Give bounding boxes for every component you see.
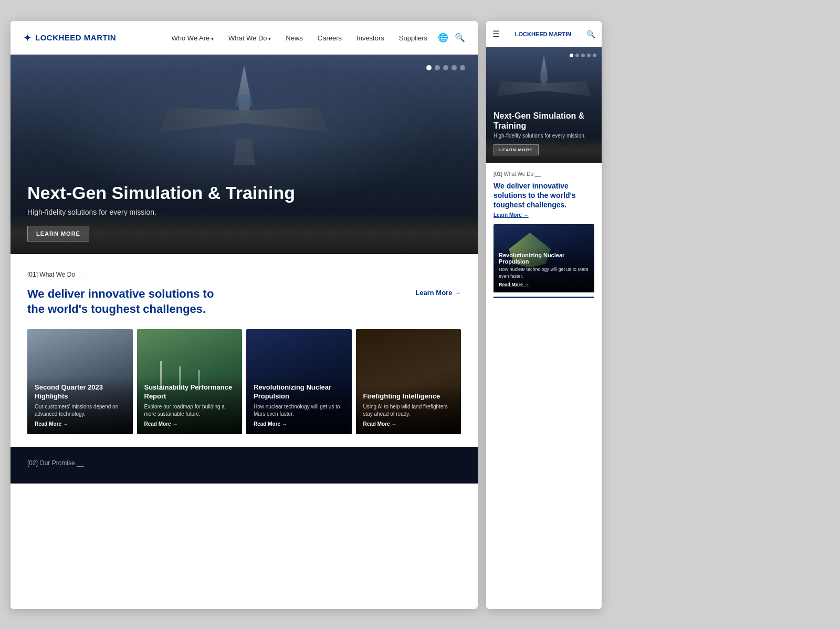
- hero-carousel-dots: [426, 65, 465, 70]
- mobile-hamburger-icon[interactable]: ☰: [492, 29, 500, 39]
- mobile-progress-bar: [494, 297, 594, 298]
- section-label: [01] What We Do __: [27, 271, 461, 278]
- mobile-search-icon[interactable]: 🔍: [586, 30, 595, 38]
- mobile-window: ☰ LOCKHEED MARTIN 🔍 Next-Gen Simulation …: [486, 21, 602, 609]
- card-1-read-more[interactable]: Read More →: [35, 421, 125, 427]
- mobile-card-read-more[interactable]: Read More →: [499, 282, 589, 287]
- mobile-what-we-do: [01] What We Do __ We deliver innovative…: [486, 163, 602, 307]
- card-2-overlay: Sustainability Performance Report Explor…: [137, 376, 243, 434]
- mobile-hero-subtitle: High-fidelity solutions for every missio…: [494, 133, 594, 139]
- card-4-title: Firefighting Intelligence: [363, 392, 454, 401]
- card-2-read-more[interactable]: Read More →: [144, 421, 235, 427]
- mobile-card-desc: How nuclear technology will get us to Ma…: [499, 266, 589, 279]
- nav-link-news[interactable]: News: [286, 34, 303, 42]
- card-2-desc: Explore our roadmap for building a more …: [144, 403, 235, 418]
- mobile-logo[interactable]: LOCKHEED MARTIN: [504, 31, 582, 37]
- mobile-nav: ☰ LOCKHEED MARTIN 🔍: [486, 21, 602, 47]
- mobile-jet-nose: [538, 55, 550, 87]
- card-4-overlay: Firefighting Intelligence Using AI to he…: [356, 385, 461, 434]
- mobile-jet-lwing: [497, 81, 544, 100]
- card-firefighting[interactable]: Firefighting Intelligence Using AI to he…: [356, 329, 461, 434]
- section-title-row: We deliver innovative solutions to the w…: [27, 287, 461, 317]
- nav-item-news[interactable]: News: [286, 33, 303, 43]
- main-browser-window: ✦ LOCKHEED MARTIN Who We Are What We Do …: [10, 21, 478, 609]
- mobile-jet-rwing: [544, 81, 591, 100]
- jet-left-wing: [160, 107, 244, 139]
- nav-link-what[interactable]: What We Do: [228, 34, 271, 42]
- card-4-desc: Using AI to help wild land firefighters …: [363, 403, 454, 418]
- globe-icon[interactable]: 🌐: [438, 33, 448, 43]
- cards-grid: Second Quarter 2023 Highlights Our custo…: [27, 329, 461, 434]
- mobile-hero-title: Next-Gen Simulation & Training: [494, 111, 594, 131]
- jet-illustration: [144, 65, 344, 170]
- card-3-overlay: Revolutionizing Nuclear Propulsion How n…: [246, 376, 352, 434]
- carousel-dot-4[interactable]: [452, 65, 457, 70]
- mobile-jet-cockpit: [540, 74, 548, 81]
- card-sustainability[interactable]: Sustainability Performance Report Explor…: [137, 329, 243, 434]
- mobile-card-title: Revolutionizing Nuclear Propulsion: [499, 252, 589, 265]
- card-nuclear[interactable]: Revolutionizing Nuclear Propulsion How n…: [246, 329, 352, 434]
- jet-right-wing: [244, 107, 328, 139]
- logo-text: LOCKHEED MARTIN: [35, 33, 116, 42]
- nav-item-who[interactable]: Who We Are: [172, 33, 214, 43]
- mobile-dot-3[interactable]: [581, 54, 585, 57]
- card-3-title: Revolutionizing Nuclear Propulsion: [254, 383, 344, 401]
- nav-link-suppliers[interactable]: Suppliers: [399, 34, 427, 42]
- promise-section: [02] Our Promise __: [10, 447, 478, 484]
- nav-link-investors[interactable]: Investors: [356, 34, 384, 42]
- hero-cta-button[interactable]: LEARN MORE: [27, 226, 89, 242]
- mobile-section-title: We deliver innovative solutions to the w…: [494, 181, 594, 210]
- hero-title: Next-Gen Simulation & Training: [27, 182, 295, 204]
- card-4-read-more[interactable]: Read More →: [363, 421, 454, 427]
- section-title: We deliver innovative solutions to the w…: [27, 287, 227, 317]
- mobile-dot-1[interactable]: [570, 54, 573, 57]
- search-icon[interactable]: 🔍: [455, 33, 465, 43]
- mobile-card-overlay: Revolutionizing Nuclear Propulsion How n…: [494, 247, 594, 292]
- mobile-carousel-dots: [570, 54, 596, 57]
- card-2-title: Sustainability Performance Report: [144, 383, 235, 401]
- card-3-desc: How nuclear technology will get us to Ma…: [254, 403, 344, 418]
- nav-item-investors[interactable]: Investors: [356, 33, 384, 43]
- jet-cockpit: [236, 94, 252, 107]
- hero-subtitle: High-fidelity solutions for every missio…: [27, 208, 295, 216]
- mobile-section-label: [01] What We Do __: [494, 171, 594, 177]
- nav-link-who[interactable]: Who We Are: [172, 34, 214, 42]
- card-3-read-more[interactable]: Read More →: [254, 421, 344, 427]
- card-1-desc: Our customers' missions depend on advanc…: [35, 403, 125, 418]
- mobile-learn-more[interactable]: Learn More →: [494, 212, 594, 218]
- mobile-hero-content: Next-Gen Simulation & Training High-fide…: [486, 103, 602, 163]
- card-1-title: Second Quarter 2023 Highlights: [35, 383, 125, 401]
- hero-section: Next-Gen Simulation & Training High-fide…: [10, 55, 478, 254]
- mobile-card-nuclear[interactable]: Revolutionizing Nuclear Propulsion How n…: [494, 224, 594, 292]
- mobile-hero-cta[interactable]: LEARN MORE: [494, 144, 539, 155]
- carousel-dot-2[interactable]: [435, 65, 440, 70]
- promise-label: [02] Our Promise __: [27, 459, 461, 467]
- jet-tail: [226, 139, 262, 165]
- hero-content: Next-Gen Simulation & Training High-fide…: [10, 170, 312, 254]
- nav-item-what[interactable]: What We Do: [228, 33, 271, 43]
- card-q2-highlights[interactable]: Second Quarter 2023 Highlights Our custo…: [27, 329, 133, 434]
- carousel-dot-5[interactable]: [460, 65, 465, 70]
- mobile-hero: Next-Gen Simulation & Training High-fide…: [486, 47, 602, 163]
- jet-nose: [234, 65, 255, 118]
- nav-item-careers[interactable]: Careers: [318, 33, 342, 43]
- what-we-do-section: [01] What We Do __ We deliver innovative…: [10, 254, 478, 434]
- nav-item-suppliers[interactable]: Suppliers: [399, 33, 427, 43]
- carousel-dot-1[interactable]: [426, 65, 432, 70]
- mobile-dot-5[interactable]: [593, 54, 596, 57]
- main-nav: ✦ LOCKHEED MARTIN Who We Are What We Do …: [10, 21, 478, 55]
- carousel-dot-3[interactable]: [443, 65, 448, 70]
- mobile-dot-4[interactable]: [587, 54, 591, 57]
- mobile-dot-2[interactable]: [575, 54, 579, 57]
- nav-link-careers[interactable]: Careers: [318, 34, 342, 42]
- nav-icons: 🌐 🔍: [438, 33, 465, 43]
- nav-links: Who We Are What We Do News Careers Inves…: [172, 33, 427, 43]
- logo-star-icon: ✦: [23, 32, 32, 44]
- logo[interactable]: ✦ LOCKHEED MARTIN: [23, 32, 116, 44]
- card-1-overlay: Second Quarter 2023 Highlights Our custo…: [27, 376, 133, 434]
- section-learn-more-link[interactable]: Learn More →: [415, 289, 461, 297]
